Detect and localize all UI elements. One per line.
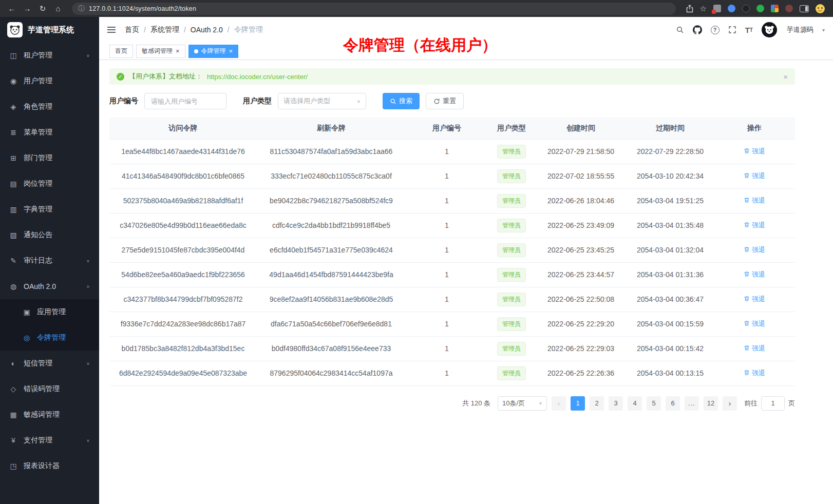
collapse-menu-icon[interactable] — [107, 27, 116, 33]
force-logout-button[interactable]: 强退 — [744, 369, 765, 378]
user-type-badge: 管理员 — [497, 169, 526, 183]
tab-close-icon[interactable]: × — [176, 48, 180, 54]
page-button[interactable]: 3 — [609, 396, 623, 411]
user-type-select[interactable]: 请选择用户类型 ∨ — [278, 93, 366, 109]
sidebar-item[interactable]: ≣菜单管理 — [0, 120, 99, 145]
delete-icon — [744, 345, 750, 353]
tab[interactable]: 首页 — [109, 45, 133, 58]
sidebar-item[interactable]: ▤岗位管理 — [0, 171, 99, 197]
breadcrumb-item[interactable]: 令牌管理 — [234, 25, 263, 34]
sidebar-item[interactable]: ⊞部门管理 — [0, 145, 99, 171]
prev-page-button[interactable]: ‹ — [552, 396, 566, 411]
breadcrumb-item[interactable]: OAuth 2.0 — [191, 26, 223, 34]
sidebar-item[interactable]: ▥字典管理 — [0, 197, 99, 222]
forward-button[interactable]: → — [21, 4, 34, 13]
sidebar-item[interactable]: ◉用户管理 — [0, 68, 99, 94]
user-id-input[interactable] — [144, 93, 226, 109]
sidebar-item[interactable]: ◫租户管理∨ — [0, 43, 99, 68]
force-logout-button[interactable]: 强退 — [744, 270, 765, 279]
table-row: c342377bf8b344799dcbf7bf095287f29ce8ef2a… — [109, 287, 795, 312]
page-button[interactable]: 4 — [628, 396, 642, 411]
create-time-cell: 2022-06-25 23:44:57 — [535, 262, 627, 287]
sidebar-item[interactable]: ◈角色管理 — [0, 94, 99, 120]
search-icon[interactable] — [676, 26, 684, 34]
tab-close-icon[interactable]: × — [229, 48, 233, 54]
force-logout-button[interactable]: 强退 — [744, 196, 765, 205]
page-button[interactable]: 5 — [647, 396, 661, 411]
extension-green-icon[interactable] — [756, 5, 764, 12]
action-cell: 强退 — [714, 213, 795, 238]
force-logout-button[interactable]: 强退 — [744, 221, 765, 230]
bookmark-star-icon[interactable]: ☆ — [700, 4, 707, 13]
search-button[interactable]: 搜索 — [383, 93, 420, 109]
fullscreen-icon[interactable] — [728, 26, 736, 34]
next-page-button[interactable]: › — [723, 396, 737, 411]
home-button[interactable]: ⌂ — [51, 4, 65, 13]
force-logout-button[interactable]: 强退 — [744, 147, 765, 156]
chevron-down-icon: ∨ — [86, 53, 90, 58]
expire-time-cell: 2054-03-04 00:36:47 — [627, 287, 714, 312]
sidebar-item[interactable]: ◐短信管理∨ — [0, 351, 99, 376]
github-icon[interactable] — [693, 25, 702, 34]
reload-button[interactable]: ↻ — [36, 4, 49, 13]
sidebar-item[interactable]: ¥支付管理∨ — [0, 428, 99, 453]
sidebar-item[interactable]: ◎令牌管理 — [0, 325, 99, 351]
refresh-token-cell: 811c530487574fa0af1a59d3abc1aa66 — [257, 139, 406, 164]
breadcrumb-item[interactable]: 系统管理 — [150, 25, 179, 34]
chevron-down-icon: ∨ — [357, 99, 361, 104]
sidebar-item[interactable]: ◇错误码管理 — [0, 376, 99, 402]
page-button[interactable]: 6 — [666, 396, 680, 411]
breadcrumb-item[interactable]: 首页 — [125, 25, 139, 34]
pagination: 共 120 条 10条/页 ∨ ‹ 123456...12 › 前往 页 — [109, 396, 795, 411]
tab-label: 敏感词管理 — [142, 47, 173, 55]
sidebar-item[interactable]: ◍OAuth 2.0∧ — [0, 274, 99, 299]
force-logout-button[interactable]: 强退 — [744, 344, 765, 353]
breadcrumb-separator: / — [228, 26, 230, 34]
sidebar-item[interactable]: ✎审计日志∨ — [0, 248, 99, 274]
user-id-cell: 1 — [406, 139, 488, 164]
tab[interactable]: 敏感词管理× — [136, 45, 185, 58]
column-header: 创建时间 — [535, 118, 627, 139]
extension-paw-icon[interactable] — [785, 5, 793, 12]
back-button[interactable]: ← — [5, 4, 18, 13]
page-button[interactable]: 1 — [571, 396, 585, 411]
app-logo[interactable]: 芋道管理系统 — [0, 17, 99, 43]
page-button[interactable]: 2 — [590, 396, 604, 411]
user-type-badge: 管理员 — [497, 317, 526, 331]
tab[interactable]: 令牌管理× — [188, 45, 239, 58]
user-avatar[interactable] — [762, 22, 777, 37]
alert-doc-link[interactable]: https://doc.iocoder.cn/user-center/ — [207, 73, 308, 81]
extension-badge-icon[interactable] — [713, 5, 721, 12]
extension-blue-icon[interactable] — [728, 5, 735, 12]
sidebar-item[interactable]: ▧通知公告 — [0, 222, 99, 248]
address-bar[interactable]: ⓘ 127.0.0.1:1024/system/oauth2/token — [72, 3, 676, 15]
sidebar-toggle-icon[interactable] — [800, 5, 809, 12]
sidebar-item[interactable]: ▦敏感词管理 — [0, 402, 99, 428]
share-icon[interactable] — [686, 5, 693, 13]
chevron-down-icon: ∨ — [86, 361, 90, 366]
sidebar-item[interactable]: ◳报表设计器 — [0, 453, 99, 479]
expire-time-cell: 2054-03-04 00:15:42 — [627, 336, 714, 361]
font-size-icon[interactable]: TT — [745, 26, 753, 34]
browser-profile-avatar[interactable] — [816, 4, 825, 13]
reset-button[interactable]: 重置 — [426, 93, 464, 109]
column-header: 刷新令牌 — [257, 118, 406, 139]
extension-colorful-icon[interactable] — [771, 5, 779, 12]
force-logout-button[interactable]: 强退 — [744, 171, 765, 181]
goto-page-input[interactable] — [761, 396, 785, 411]
column-header: 过期时间 — [627, 118, 714, 139]
table-row: b0d1785bc3a8482f812db4a3f3bd15ecb0df4980… — [109, 336, 795, 361]
chevron-down-icon[interactable]: ▾ — [822, 27, 825, 33]
help-icon[interactable]: ? — [711, 26, 720, 34]
sidebar-item[interactable]: ▣应用管理 — [0, 299, 99, 325]
extension-dark-icon[interactable] — [742, 5, 750, 12]
page-size-select[interactable]: 10条/页 ∨ — [498, 396, 547, 411]
force-logout-button[interactable]: 强退 — [744, 245, 765, 255]
force-logout-button[interactable]: 强退 — [744, 295, 765, 304]
alert-close-icon[interactable]: × — [783, 72, 788, 81]
site-info-icon[interactable]: ⓘ — [78, 4, 85, 13]
page-button[interactable]: 12 — [704, 396, 718, 411]
force-logout-button[interactable]: 强退 — [744, 319, 765, 328]
page-button[interactable]: ... — [685, 396, 699, 411]
refresh-token-cell: 333ecfc71e02480cb11055c875c3ca0f — [257, 164, 406, 188]
